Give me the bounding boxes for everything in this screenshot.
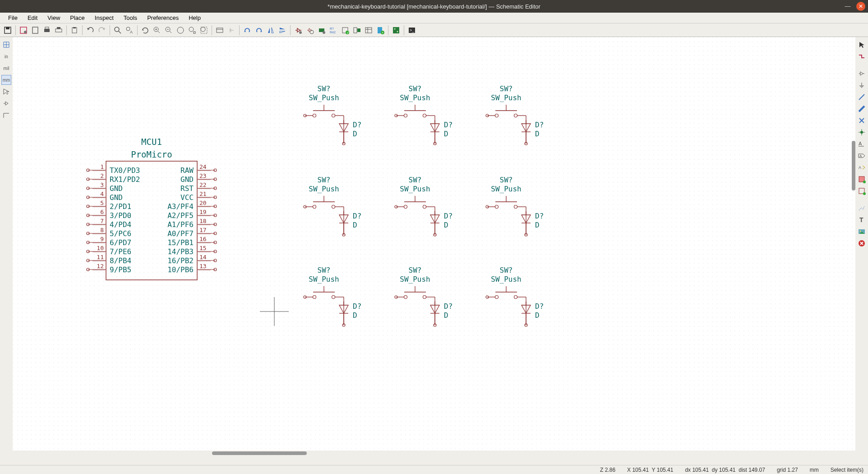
units-mil-button[interactable]: mil (1, 63, 11, 73)
menu-tools[interactable]: Tools (119, 14, 142, 22)
schematic-setup-icon[interactable] (18, 25, 28, 35)
add-symbol-icon[interactable] (857, 69, 867, 79)
grid-toggle-icon[interactable] (1, 40, 11, 50)
svg-text:GND: GND (180, 175, 194, 184)
rotate-ccw-icon[interactable] (242, 25, 252, 35)
menu-help[interactable]: Help (184, 14, 205, 22)
pcb-editor-icon[interactable] (391, 25, 401, 35)
page-settings-icon[interactable] (30, 25, 40, 35)
svg-text:9/PB5: 9/PB5 (110, 265, 131, 274)
rotate-cw-icon[interactable] (254, 25, 264, 35)
svg-text:14/PB3: 14/PB3 (167, 247, 194, 256)
menu-view[interactable]: View (43, 14, 65, 22)
paste-icon[interactable] (69, 25, 79, 35)
net-label-icon[interactable]: A (857, 139, 867, 149)
zoom-objects-icon[interactable] (187, 25, 197, 35)
svg-text:RAW: RAW (180, 166, 194, 175)
svg-point-185 (313, 114, 316, 117)
menu-file[interactable]: File (4, 14, 22, 22)
close-button[interactable]: ✕ (856, 2, 865, 11)
svg-text:SW?: SW? (500, 84, 513, 93)
erc-icon[interactable]: ✓ (340, 25, 350, 35)
hier-label-icon[interactable]: A (857, 163, 867, 172)
add-line-icon[interactable] (857, 203, 867, 213)
back-icon[interactable] (226, 25, 236, 35)
svg-line-16 (158, 31, 160, 33)
svg-point-313 (495, 296, 499, 299)
save-icon[interactable] (3, 25, 13, 35)
find-icon[interactable] (113, 25, 123, 35)
svg-text:11: 11 (97, 254, 104, 260)
select-tool-icon[interactable] (857, 40, 867, 50)
navigate-icon[interactable] (215, 25, 225, 35)
mirror-h-icon[interactable] (266, 25, 276, 35)
add-bus-icon[interactable] (857, 104, 867, 114)
svg-text:10/PB6: 10/PB6 (167, 265, 194, 274)
zoom-in-icon[interactable] (152, 25, 162, 35)
menu-inspect[interactable]: Inspect (90, 14, 118, 22)
svg-text:3/PD0: 3/PD0 (110, 211, 131, 220)
units-in-button[interactable]: in (1, 51, 11, 61)
svg-text:A: A (859, 154, 862, 158)
minimize-button[interactable]: — (844, 2, 852, 10)
symbol-editor-icon[interactable] (293, 25, 303, 35)
add-text-icon[interactable]: T (857, 215, 867, 225)
footprint-editor-icon[interactable] (317, 25, 327, 35)
import-sheet-pin-icon[interactable] (857, 186, 867, 196)
hier-sheet-icon[interactable] (857, 174, 867, 184)
delete-icon[interactable] (857, 238, 867, 248)
console-icon[interactable]: >_ (407, 25, 417, 35)
cursor-style-icon[interactable] (1, 87, 11, 97)
svg-rect-5 (44, 29, 50, 32)
no-connect-icon[interactable] (857, 116, 867, 125)
mirror-v-icon[interactable] (277, 25, 287, 35)
symbol-fields-icon[interactable] (364, 25, 374, 35)
add-power-icon[interactable] (857, 80, 867, 90)
menu-edit[interactable]: Edit (23, 14, 42, 22)
status-x: X 105.41 (627, 467, 649, 473)
find-replace-icon[interactable]: A (125, 25, 134, 35)
units-mm-button[interactable]: mm (1, 75, 11, 85)
zoom-out-icon[interactable] (164, 25, 174, 35)
svg-text:GND: GND (110, 193, 123, 202)
svg-point-11 (115, 27, 119, 32)
svg-text:D: D (444, 130, 448, 138)
browse-symbols-icon[interactable] (305, 25, 315, 35)
add-wire-icon[interactable] (857, 92, 867, 102)
redo-icon[interactable] (97, 25, 107, 35)
horizontal-scrollbar[interactable] (0, 451, 868, 456)
svg-text:2: 2 (100, 172, 104, 179)
zoom-selection-icon[interactable] (199, 25, 209, 35)
print-icon[interactable] (42, 25, 52, 35)
hidden-pins-icon[interactable] (1, 98, 11, 108)
svg-line-332 (859, 94, 864, 100)
svg-text:2/PD1: 2/PD1 (110, 202, 131, 211)
schematic-canvas[interactable]: MCU1ProMicro1TX0/PD32RX1/PD23GND4GND52/P… (13, 37, 855, 451)
highlight-net-icon[interactable] (857, 51, 867, 61)
svg-point-344 (863, 181, 866, 183)
svg-text:SW?: SW? (409, 84, 422, 93)
bom-icon[interactable]: + (375, 25, 385, 35)
zoom-fit-icon[interactable] (175, 25, 185, 35)
menu-preferences[interactable]: Preferences (143, 14, 183, 22)
svg-text:16/PB2: 16/PB2 (167, 256, 194, 265)
junction-icon[interactable] (857, 127, 867, 137)
vertical-scrollbar[interactable] (852, 141, 855, 191)
svg-rect-27 (217, 28, 223, 33)
refresh-icon[interactable] (140, 25, 150, 35)
svg-text:D: D (444, 221, 448, 229)
svg-point-202 (423, 114, 426, 117)
svg-text:T: T (859, 216, 863, 223)
plot-icon[interactable] (54, 25, 64, 35)
svg-text:ProMicro: ProMicro (131, 149, 172, 159)
menu-place[interactable]: Place (65, 14, 89, 22)
assign-footprints-icon[interactable] (352, 25, 362, 35)
undo-icon[interactable] (85, 25, 95, 35)
free-angle-icon[interactable] (1, 110, 11, 120)
add-image-icon[interactable] (857, 227, 867, 237)
svg-text:TX0/PD3: TX0/PD3 (110, 166, 140, 175)
svg-point-250 (423, 205, 426, 209)
global-label-icon[interactable]: A (857, 151, 867, 161)
svg-text:8: 8 (100, 227, 104, 233)
annotate-icon[interactable]: R?R42 (328, 25, 338, 35)
